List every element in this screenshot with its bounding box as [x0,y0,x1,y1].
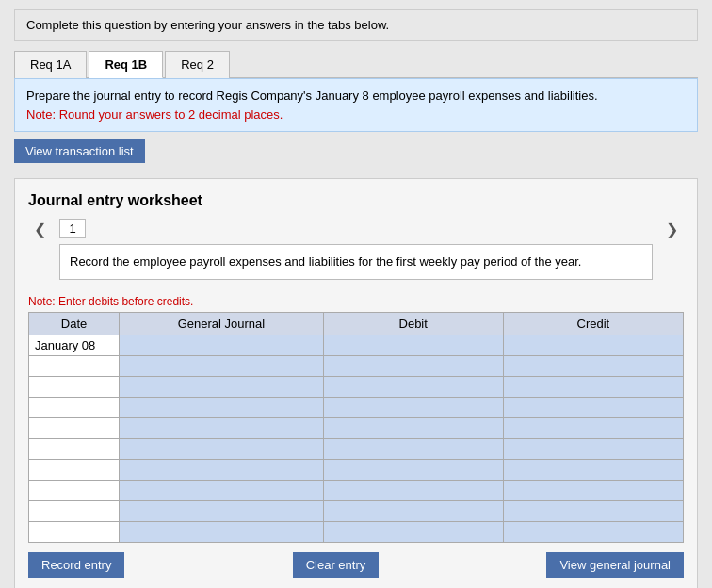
worksheet-title: Journal entry worksheet [28,192,684,209]
credit-cell[interactable] [503,480,683,500]
debit-input[interactable] [324,418,503,438]
date-cell [29,438,120,459]
credit-input[interactable] [504,501,683,521]
general-journal-input[interactable] [120,522,322,542]
general-journal-cell[interactable] [120,397,323,417]
table-row: January 08 [29,335,684,355]
date-cell: January 08 [29,335,120,355]
table-row [29,376,684,397]
general-journal-cell[interactable] [120,438,323,459]
credit-input[interactable] [504,460,683,480]
debit-input[interactable] [324,460,503,480]
general-journal-input[interactable] [120,418,322,438]
general-journal-cell[interactable] [120,480,323,500]
debit-cell[interactable] [323,459,503,480]
table-row [29,438,684,459]
journal-table: Date General Journal Debit Credit Januar… [28,312,684,543]
view-general-journal-button[interactable]: View general journal [546,552,684,578]
table-row [29,459,684,480]
debit-cell[interactable] [323,500,503,521]
credit-input[interactable] [504,439,683,459]
col-date: Date [29,312,120,335]
clear-entry-button[interactable]: Clear entry [293,552,380,578]
credit-input[interactable] [504,398,683,417]
general-journal-cell[interactable] [120,376,323,397]
general-journal-cell[interactable] [120,355,323,376]
table-row [29,480,684,500]
instruction-text: Complete this question by entering your … [26,18,389,32]
general-journal-input[interactable] [120,439,322,459]
debit-input[interactable] [324,439,503,459]
general-journal-input[interactable] [120,501,322,521]
general-journal-input[interactable] [120,481,322,500]
prev-arrow[interactable]: ❮ [28,219,52,240]
credit-input[interactable] [504,522,683,542]
debit-input[interactable] [324,356,503,376]
top-instruction: Complete this question by entering your … [14,9,698,41]
worksheet-container: Journal entry worksheet ❮ 1 Record the e… [14,178,698,588]
page-number: 1 [59,219,86,238]
description-box: Record the employee payroll expenses and… [59,244,653,280]
date-cell [29,500,120,521]
table-row [29,397,684,417]
description-text: Record the employee payroll expenses and… [70,254,581,269]
credit-cell[interactable] [503,459,683,480]
general-journal-cell[interactable] [120,417,323,438]
credit-input[interactable] [504,335,683,355]
credit-input[interactable] [504,356,683,376]
debit-input[interactable] [324,398,503,417]
general-journal-cell[interactable] [120,335,323,355]
credit-cell[interactable] [503,500,683,521]
tabs-bar: Req 1A Req 1B Req 2 [14,50,698,78]
general-journal-input[interactable] [120,335,322,355]
debit-cell[interactable] [323,376,503,397]
date-cell [29,480,120,500]
table-row [29,521,684,542]
general-journal-cell[interactable] [120,500,323,521]
info-box: Prepare the journal entry to record Regi… [14,78,698,132]
credit-cell[interactable] [503,355,683,376]
debit-input[interactable] [324,335,503,355]
date-cell [29,521,120,542]
debit-cell[interactable] [323,335,503,355]
col-debit: Debit [323,312,503,335]
general-journal-cell[interactable] [120,459,323,480]
debit-input[interactable] [324,522,503,542]
credit-input[interactable] [504,481,683,500]
general-journal-input[interactable] [120,460,322,480]
general-journal-input[interactable] [120,356,322,376]
col-credit: Credit [503,312,683,335]
credit-cell[interactable] [503,521,683,542]
debit-cell[interactable] [323,397,503,417]
credit-cell[interactable] [503,376,683,397]
credit-input[interactable] [504,377,683,397]
credit-cell[interactable] [503,417,683,438]
debit-input[interactable] [324,501,503,521]
general-journal-input[interactable] [120,398,322,417]
debit-cell[interactable] [323,480,503,500]
debit-input[interactable] [324,377,503,397]
debit-cell[interactable] [323,521,503,542]
record-entry-button[interactable]: Record entry [28,552,124,578]
view-transaction-button[interactable]: View transaction list [14,139,145,163]
tab-req1a[interactable]: Req 1A [14,51,87,78]
date-cell [29,397,120,417]
date-cell [29,417,120,438]
tab-req2[interactable]: Req 2 [165,51,230,78]
debits-note: Note: Enter debits before credits. [28,295,684,308]
credit-cell[interactable] [503,335,683,355]
credit-cell[interactable] [503,397,683,417]
date-cell [29,355,120,376]
bottom-buttons: Record entry Clear entry View general jo… [28,552,684,578]
col-general-journal: General Journal [120,312,323,335]
general-journal-input[interactable] [120,377,322,397]
credit-cell[interactable] [503,438,683,459]
debit-cell[interactable] [323,417,503,438]
general-journal-cell[interactable] [120,521,323,542]
credit-input[interactable] [504,418,683,438]
tab-req1b[interactable]: Req 1B [89,51,163,78]
debit-input[interactable] [324,481,503,500]
debit-cell[interactable] [323,438,503,459]
debit-cell[interactable] [323,355,503,376]
next-arrow[interactable]: ❯ [660,219,684,240]
